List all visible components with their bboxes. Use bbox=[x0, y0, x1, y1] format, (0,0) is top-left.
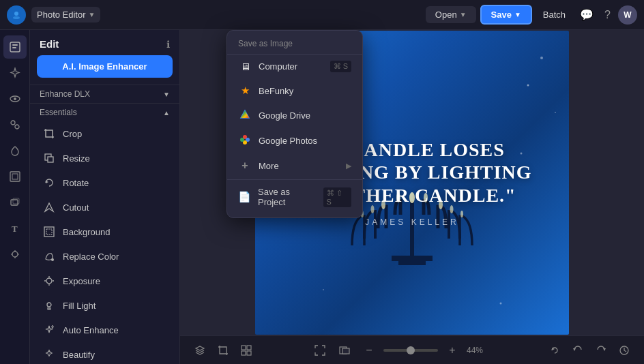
tool-beautify[interactable]: Beautify bbox=[33, 342, 177, 364]
save-more-label: More bbox=[259, 161, 279, 171]
zoom-out-button[interactable]: − bbox=[359, 340, 379, 361]
tool-background[interactable]: Background bbox=[33, 219, 177, 244]
svg-marker-4 bbox=[241, 110, 249, 118]
chat-icon-button[interactable]: 💬 bbox=[576, 5, 597, 25]
rail-frames-button[interactable] bbox=[3, 165, 27, 188]
save-computer-label: Computer bbox=[259, 61, 297, 72]
actual-size-button[interactable] bbox=[334, 340, 355, 361]
rail-text-button[interactable]: T bbox=[3, 217, 27, 240]
svg-rect-51 bbox=[398, 261, 426, 265]
cutout-label: Cutout bbox=[63, 202, 89, 213]
svg-rect-61 bbox=[241, 346, 246, 350]
svg-point-13 bbox=[14, 97, 16, 100]
enhance-dlx-section[interactable]: Enhance DLX ▼ bbox=[30, 85, 179, 103]
svg-point-48 bbox=[500, 303, 502, 305]
open-button[interactable]: Open ▼ bbox=[426, 6, 476, 23]
save-gdrive-label: Google Drive bbox=[259, 110, 310, 121]
svg-rect-50 bbox=[392, 256, 433, 261]
zoom-in-button[interactable]: + bbox=[442, 340, 463, 361]
app-chevron-icon: ▼ bbox=[89, 11, 96, 18]
tool-rotate[interactable]: Rotate bbox=[33, 170, 177, 195]
rail-eye-button[interactable] bbox=[3, 87, 27, 110]
tool-auto-enhance[interactable]: Auto Enhance bbox=[33, 318, 177, 342]
save-gphotos-item[interactable]: Google Photos bbox=[227, 128, 362, 153]
rail-overlays-button[interactable] bbox=[3, 191, 27, 214]
svg-point-15 bbox=[15, 125, 19, 129]
tool-resize[interactable]: Resize bbox=[33, 146, 177, 170]
icon-rail: T bbox=[0, 30, 30, 364]
zoom-percentage: 44% bbox=[467, 346, 491, 355]
essentials-section[interactable]: Essentials ▲ bbox=[30, 103, 179, 121]
save-gdrive-item[interactable]: Google Drive bbox=[227, 103, 362, 128]
zoom-slider[interactable] bbox=[383, 349, 438, 352]
beautify-label: Beautify bbox=[63, 350, 95, 360]
save-gphotos-label: Google Photos bbox=[259, 136, 317, 146]
tool-fill-light[interactable]: Fill Light bbox=[33, 293, 177, 318]
batch-button[interactable]: Batch bbox=[536, 6, 572, 23]
tool-crop[interactable]: Crop bbox=[33, 121, 177, 146]
edit-info-button[interactable]: ℹ bbox=[166, 39, 170, 50]
svg-rect-64 bbox=[247, 351, 251, 355]
redo-button[interactable] bbox=[591, 340, 611, 361]
save-project-label: Save as Project bbox=[258, 187, 317, 207]
open-chevron-icon: ▼ bbox=[460, 11, 467, 18]
project-icon: 📄 bbox=[238, 191, 251, 203]
auto-enhance-icon bbox=[42, 323, 56, 337]
rail-enhance-button[interactable] bbox=[3, 61, 27, 85]
svg-point-29 bbox=[46, 278, 52, 284]
exposure-label: Exposure bbox=[63, 276, 100, 286]
undo-button[interactable] bbox=[568, 340, 588, 361]
ai-enhancer-button[interactable]: A.I. Image Enhancer bbox=[37, 55, 173, 78]
beautify-icon bbox=[42, 348, 56, 361]
save-dropdown-menu: Save as Image 🖥 Computer ⌘ S ★ BeFunky bbox=[226, 30, 363, 218]
rail-graphics-button[interactable] bbox=[3, 243, 27, 266]
grid-button[interactable] bbox=[236, 340, 257, 361]
rail-edit-button[interactable] bbox=[3, 35, 27, 59]
edit-header: Edit ℹ bbox=[30, 30, 179, 55]
help-icon-button[interactable]: ? bbox=[601, 5, 614, 25]
save-project-item[interactable]: 📄 Save as Project ⌘ ⇧ S bbox=[227, 179, 362, 213]
svg-point-2 bbox=[13, 16, 20, 19]
svg-rect-63 bbox=[241, 351, 246, 355]
save-befunky-item[interactable]: ★ BeFunky bbox=[227, 78, 362, 103]
tool-cutout[interactable]: Cutout bbox=[33, 195, 177, 219]
save-more-item[interactable]: + More ▶ bbox=[227, 153, 362, 178]
google-photos-icon bbox=[238, 134, 252, 147]
svg-point-1 bbox=[14, 12, 18, 16]
reset-button[interactable] bbox=[544, 340, 565, 361]
more-arrow-icon: ▶ bbox=[346, 162, 351, 170]
crop-label: Crop bbox=[63, 129, 82, 139]
resize-icon bbox=[42, 151, 56, 165]
svg-rect-27 bbox=[46, 229, 52, 234]
cutout-icon bbox=[42, 200, 56, 214]
svg-point-28 bbox=[51, 258, 54, 261]
svg-rect-11 bbox=[12, 47, 16, 48]
author-text: JAMES KELLER bbox=[365, 217, 458, 227]
svg-point-47 bbox=[323, 289, 324, 290]
crop-tool-button[interactable] bbox=[213, 340, 233, 361]
bottom-toolbar: − + 44% bbox=[180, 335, 644, 364]
rail-touch-button[interactable] bbox=[3, 139, 27, 162]
svg-point-42 bbox=[540, 57, 543, 59]
svg-point-60 bbox=[460, 211, 463, 217]
rail-effects-button[interactable] bbox=[3, 113, 27, 136]
resize-label: Resize bbox=[63, 153, 90, 164]
layers-button[interactable] bbox=[190, 340, 210, 361]
tool-exposure[interactable]: Exposure bbox=[33, 269, 177, 293]
bottom-right-tools bbox=[544, 340, 634, 361]
save-button[interactable]: Save ▼ bbox=[480, 5, 532, 25]
svg-marker-25 bbox=[46, 181, 48, 183]
avatar[interactable]: W bbox=[618, 5, 637, 25]
svg-rect-17 bbox=[10, 172, 20, 181]
auto-enhance-label: Auto Enhance bbox=[63, 325, 119, 335]
edit-panel: Edit ℹ A.I. Image Enhancer Enhance DLX ▼… bbox=[30, 30, 180, 364]
app-name-button[interactable]: Photo Editor ▼ bbox=[31, 7, 100, 22]
computer-icon: 🖥 bbox=[238, 61, 252, 72]
tool-replace-color[interactable]: Replace Color bbox=[33, 244, 177, 269]
history-button[interactable] bbox=[614, 340, 634, 361]
svg-marker-68 bbox=[573, 348, 576, 351]
save-computer-item[interactable]: 🖥 Computer ⌘ S bbox=[227, 55, 362, 78]
svg-point-34 bbox=[47, 303, 51, 307]
fit-screen-button[interactable] bbox=[310, 340, 330, 361]
svg-point-14 bbox=[11, 121, 15, 125]
